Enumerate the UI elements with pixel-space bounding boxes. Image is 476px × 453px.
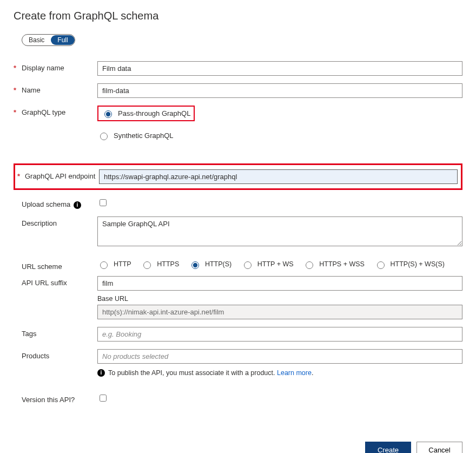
radio-http-ws[interactable]: HTTP + WS [241,260,294,269]
radio-pass-through-label: Pass-through GraphQL [118,109,190,117]
toggle-basic[interactable]: Basic [22,35,51,45]
description-label: Description [22,216,97,227]
graphql-type-label: GraphQL type [22,106,97,116]
passthrough-highlight: Pass-through GraphQL [97,106,195,121]
info-icon[interactable]: i [74,201,81,209]
base-url-field [97,305,462,319]
products-label: Products [22,349,97,360]
radio-pass-through[interactable]: Pass-through GraphQL [102,109,190,118]
version-label: Version this API? [22,393,97,404]
required-marker: * [15,169,25,180]
radio-pass-through-input[interactable] [104,110,112,118]
name-field[interactable] [97,83,462,98]
base-url-label: Base URL [97,295,462,303]
radio-https[interactable]: HTTPS [141,260,179,269]
cancel-button[interactable]: Cancel [416,442,462,454]
required-marker: * [14,61,22,72]
radio-httpboth[interactable]: HTTP(S) [189,260,232,269]
url-scheme-label: URL scheme [22,260,97,271]
upload-schema-label: Upload schema i [22,198,97,209]
required-marker: * [14,106,22,116]
endpoint-label: GraphQL API endpoint [25,169,99,180]
toggle-full[interactable]: Full [51,35,74,45]
radio-synthetic-input[interactable] [100,133,108,140]
required-marker: * [14,83,22,94]
learn-more-link[interactable]: Learn more [277,369,312,377]
info-icon: i [97,369,105,377]
suffix-field[interactable] [97,276,462,291]
products-field[interactable] [97,349,462,364]
page-title: Create from GraphQL schema [14,10,462,22]
radio-http[interactable]: HTTP [97,260,131,269]
radio-synthetic-label: Synthetic GraphQL [114,132,174,140]
name-label: Name [22,83,97,94]
upload-schema-checkbox[interactable] [100,199,107,206]
create-button[interactable]: Create [365,442,411,454]
display-name-field[interactable] [97,61,462,76]
basic-full-toggle[interactable]: Basic Full [22,34,75,46]
description-field[interactable]: Sample GraphQL API [97,216,462,246]
radio-httpboth-wsboth[interactable]: HTTP(S) + WS(S) [374,260,445,269]
radio-synthetic[interactable]: Synthetic GraphQL [97,131,174,140]
endpoint-field[interactable] [99,169,458,184]
endpoint-highlight: * GraphQL API endpoint [14,163,462,190]
version-checkbox[interactable] [100,395,107,402]
suffix-label: API URL suffix [22,276,97,287]
publish-note: i To publish the API, you must associate… [97,369,462,377]
tags-label: Tags [22,327,97,338]
display-name-label: Display name [22,61,97,72]
radio-https-wss[interactable]: HTTPS + WSS [303,260,365,269]
tags-field[interactable] [97,327,462,342]
